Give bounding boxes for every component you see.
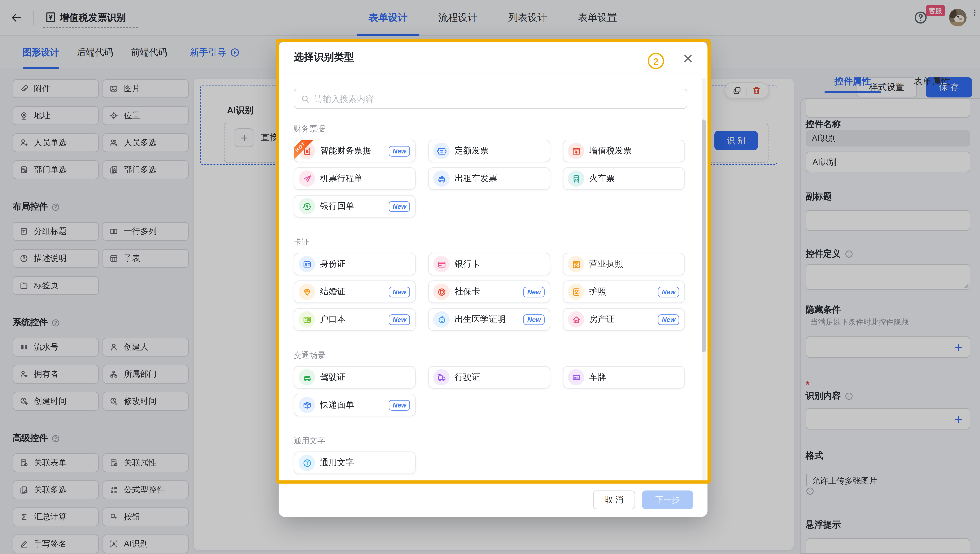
plane-icon: [299, 170, 315, 187]
recognition-type-增值税发票[interactable]: 增值税发票: [563, 140, 685, 162]
recognition-type-行驶证[interactable]: 行驶证: [428, 366, 550, 388]
recognition-type-出生医学证明[interactable]: 出生医学证明New: [428, 308, 550, 331]
recognition-type-label: 快递面单: [320, 399, 354, 411]
package-icon: [299, 397, 315, 413]
text-t-icon: [299, 455, 315, 471]
invoice-icon: [299, 143, 315, 159]
recognition-type-定额发票[interactable]: 定额发票: [428, 140, 550, 162]
svg-text:NO.: NO.: [574, 376, 578, 379]
modal-footer: 取 消 下一步: [278, 484, 708, 517]
vat-icon: [568, 143, 584, 159]
recognition-type-机票行程单[interactable]: 机票行程单: [294, 167, 416, 190]
recognition-type-label: 增值税发票: [589, 145, 632, 157]
recognition-type-label: 行驶证: [455, 372, 480, 383]
recognition-type-label: 驾驶证: [320, 372, 346, 383]
recognition-type-出租车发票[interactable]: 出租车发票: [428, 167, 550, 190]
recognition-type-通用文字[interactable]: 通用文字: [294, 452, 416, 474]
recognition-type-modal: 选择识别类型 财务票据智能财务票据NewHOT定额发票增值税发票机票行程单出租车…: [278, 41, 708, 517]
modal-title: 选择识别类型: [294, 51, 354, 64]
next-step-button[interactable]: 下一步: [642, 490, 693, 509]
recognition-type-社保卡[interactable]: 社保卡New: [428, 280, 550, 303]
recognition-type-label: 通用文字: [320, 457, 354, 468]
booklet-icon: [299, 311, 315, 328]
ring-icon: [299, 283, 315, 300]
recognition-type-label: 银行回单: [320, 201, 354, 212]
new-badge: New: [389, 314, 410, 325]
cancel-button[interactable]: 取 消: [593, 490, 635, 509]
close-icon[interactable]: [682, 53, 695, 65]
new-badge: New: [389, 146, 410, 156]
search-input[interactable]: [313, 89, 678, 108]
ticket-icon: [433, 143, 450, 159]
screenshot-viewport: 增值税发票识别 表单设计流程设计列表设计表单设置 客服 图形设计后端代码前端代码…: [0, 0, 980, 554]
taxi-icon: [433, 170, 450, 187]
recognition-type-label: 户口本: [320, 314, 346, 325]
car-icon: [299, 369, 315, 385]
recognition-type-label: 定额发票: [455, 145, 488, 157]
recognition-type-label: 出生医学证明: [455, 314, 506, 325]
recognition-type-label: 身份证: [320, 258, 346, 270]
recognition-type-驾驶证[interactable]: 驾驶证: [294, 366, 416, 388]
recognition-type-护照[interactable]: 护照New: [563, 280, 685, 303]
idcard-icon: [299, 256, 315, 272]
recognition-type-房产证[interactable]: 房产证New: [563, 308, 685, 331]
recognition-type-label: 火车票: [589, 173, 615, 184]
recognition-type-label: 机票行程单: [320, 173, 363, 184]
new-badge: New: [389, 287, 410, 297]
recognition-type-结婚证[interactable]: 结婚证New: [294, 280, 416, 303]
section-title-交通场景: 交通场景: [294, 350, 689, 361]
recognition-type-智能财务票据[interactable]: 智能财务票据NewHOT: [294, 140, 416, 162]
recognition-type-label: 营业执照: [589, 258, 623, 270]
recognition-type-身份证[interactable]: 身份证: [294, 253, 416, 275]
recognition-type-火车票[interactable]: 火车票: [563, 167, 685, 190]
train-icon: [568, 170, 584, 187]
recognition-type-银行卡[interactable]: 银行卡: [428, 253, 550, 275]
recognition-type-快递面单[interactable]: 快递面单New: [294, 394, 416, 416]
new-badge: New: [523, 314, 545, 325]
new-badge: New: [523, 287, 545, 297]
house-icon: [568, 311, 584, 328]
section-title-财务票据: 财务票据: [294, 124, 689, 135]
baby-icon: [433, 311, 450, 328]
recognition-type-label: 房产证: [589, 314, 615, 325]
modal-body: 财务票据智能财务票据NewHOT定额发票增值税发票机票行程单出租车发票火车票银行…: [294, 120, 689, 494]
new-badge: New: [389, 400, 410, 411]
section-title-卡证: 卡证: [294, 237, 689, 248]
passport-icon: [568, 283, 584, 300]
truck-icon: [433, 369, 450, 385]
recognition-type-户口本[interactable]: 户口本New: [294, 308, 416, 331]
recognition-type-label: 银行卡: [455, 258, 480, 270]
recognition-type-银行回单[interactable]: 银行回单New: [294, 195, 416, 218]
recognition-type-车牌[interactable]: NO.车牌: [563, 366, 685, 388]
app: 增值税发票识别 表单设计流程设计列表设计表单设置 客服 图形设计后端代码前端代码…: [0, 0, 980, 554]
new-badge: New: [389, 201, 410, 212]
recognition-type-label: 社保卡: [455, 286, 480, 298]
modal-scrollbar-thumb[interactable]: [702, 119, 706, 352]
bank-icon: [299, 198, 315, 215]
social-icon: [433, 283, 450, 300]
modal-header-divider: [278, 73, 708, 74]
section-title-通用文字: 通用文字: [294, 436, 689, 446]
recognition-type-label: 出租车发票: [455, 173, 497, 184]
recognition-type-label: 智能财务票据: [320, 145, 371, 157]
recognition-type-label: 护照: [589, 286, 606, 298]
plate-icon: NO.: [568, 369, 584, 385]
recognition-type-营业执照[interactable]: 营业执照: [563, 253, 685, 275]
search-box: [294, 89, 687, 109]
license-icon: [568, 256, 584, 272]
recognition-type-label: 结婚证: [320, 286, 346, 298]
bankcard-icon: [433, 256, 450, 272]
new-badge: New: [658, 287, 679, 297]
new-badge: New: [658, 314, 679, 325]
recognition-type-label: 车牌: [589, 372, 606, 383]
